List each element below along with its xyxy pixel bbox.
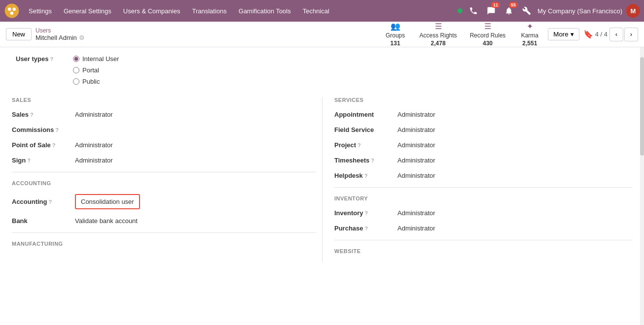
karma-icon: ✦ (527, 22, 533, 31)
nav-settings[interactable]: Settings (24, 5, 57, 17)
public-radio[interactable] (73, 78, 79, 85)
nav-general-settings[interactable]: General Settings (59, 5, 116, 17)
field-helpdesk: Helpdesk ? Administrator (334, 172, 632, 179)
internal-user-option[interactable]: Internal User (73, 55, 119, 63)
top-navigation: Settings General Settings Users & Compan… (0, 0, 644, 22)
bookmark-icon[interactable]: 🔖 (583, 30, 593, 39)
sales-help-icon[interactable]: ? (30, 112, 34, 118)
field-purchase: Purchase ? Administrator (334, 225, 632, 232)
website-section-title: WEBSITE (334, 248, 632, 256)
accounting-value: Consolidation user (81, 198, 134, 205)
internal-user-radio[interactable] (73, 56, 79, 62)
portal-radio[interactable] (73, 67, 79, 73)
company-name: My Company (San Francisco) (537, 7, 622, 15)
avatar[interactable]: M (626, 4, 640, 18)
gear-icon[interactable]: ⚙ (79, 34, 85, 41)
svg-point-0 (5, 4, 19, 18)
accounting-highlight: Consolidation user (75, 194, 140, 209)
project-help-icon[interactable]: ? (358, 142, 361, 148)
user-types-section: User types ? Internal User Portal Public (12, 55, 632, 85)
breadcrumb-parent[interactable]: Users (36, 27, 85, 34)
timesheets-help-icon[interactable]: ? (371, 158, 374, 163)
field-service-label: Field Service (334, 126, 394, 133)
field-timesheets: Timesheets ? Administrator (334, 157, 632, 164)
inventory-help-icon[interactable]: ? (365, 210, 368, 216)
nav-gamification[interactable]: Gamification Tools (234, 5, 296, 17)
helpdesk-help-icon[interactable]: ? (364, 173, 368, 179)
nav-translations[interactable]: Translations (187, 5, 231, 17)
pagination: 🔖 4 / 4 ‹ › (583, 28, 638, 41)
prev-button[interactable]: ‹ (609, 28, 623, 41)
breadcrumb: Users Mitchell Admin ⚙ (36, 27, 85, 41)
field-bank: Bank Validate bank account (12, 217, 316, 225)
commissions-help-icon[interactable]: ? (55, 127, 59, 133)
inventory-label: Inventory ? (334, 209, 394, 217)
chat-icon[interactable]: 11 (484, 4, 498, 18)
groups-icon: 👥 (391, 22, 400, 31)
appointment-label: Appointment (334, 111, 394, 118)
nav-users-companies[interactable]: Users & Companies (118, 5, 185, 17)
field-commissions: Commissions ? (12, 126, 316, 133)
timesheets-label: Timesheets ? (334, 157, 394, 164)
services-section-title: SERVICES (334, 97, 632, 105)
next-button[interactable]: › (624, 28, 638, 41)
access-rights-icon: ☰ (435, 22, 442, 31)
nav-technical[interactable]: Technical (298, 5, 334, 17)
odoo-logo[interactable] (4, 3, 20, 19)
record-toolbar: New Users Mitchell Admin ⚙ 👥 Groups 131 … (0, 22, 644, 47)
access-rights-button[interactable]: ☰ Access Rights 2,478 (414, 20, 463, 49)
karma-button[interactable]: ✦ Karma 2,551 (512, 20, 547, 49)
online-indicator (458, 8, 463, 13)
purchase-help-icon[interactable]: ? (365, 226, 368, 231)
left-column: SALES Sales ? Administrator Commissions … (12, 97, 322, 262)
field-inventory: Inventory ? Administrator (334, 209, 632, 217)
appointment-value: Administrator (397, 111, 435, 118)
accounting-label: Accounting ? (12, 198, 71, 205)
field-accounting: Accounting ? Consolidation user (12, 194, 316, 209)
accounting-help-icon[interactable]: ? (49, 199, 52, 205)
sales-section-title: SALES (12, 97, 316, 105)
public-option[interactable]: Public (73, 78, 119, 85)
project-value: Administrator (397, 141, 435, 149)
svg-point-3 (10, 12, 13, 15)
action-buttons: 👥 Groups 131 ☰ Access Rights 2,478 ☰ Rec… (378, 20, 579, 49)
new-button[interactable]: New (6, 28, 32, 40)
sales-label: Sales ? (12, 111, 71, 118)
main-content: User types ? Internal User Portal Public… (0, 47, 644, 325)
sales-value: Administrator (75, 111, 113, 118)
sign-help-icon[interactable]: ? (27, 158, 31, 163)
user-types-help-icon[interactable]: ? (50, 56, 53, 62)
helpdesk-value: Administrator (397, 172, 435, 179)
groups-button[interactable]: 👥 Groups 131 (378, 20, 413, 49)
user-types-options: Internal User Portal Public (73, 55, 119, 85)
accounting-section-title: ACCOUNTING (12, 180, 316, 188)
record-rules-button[interactable]: ☰ Record Rules 430 (464, 20, 512, 49)
more-button[interactable]: More ▾ (548, 28, 579, 40)
activity-icon[interactable]: 55 (502, 4, 516, 18)
purchase-value: Administrator (397, 225, 435, 232)
scrollbar-track[interactable] (640, 47, 644, 325)
purchase-label: Purchase ? (334, 225, 394, 232)
bank-label: Bank (12, 217, 71, 225)
inventory-value: Administrator (397, 209, 435, 217)
sign-label: Sign ? (12, 157, 71, 164)
chevron-down-icon: ▾ (571, 31, 574, 38)
scrollbar-thumb[interactable] (640, 57, 644, 156)
field-appointment: Appointment Administrator (334, 111, 632, 118)
page-indicator: 4 / 4 (595, 31, 608, 38)
point-of-sale-label: Point of Sale ? (12, 141, 71, 149)
activity-badge: 55 (509, 2, 518, 8)
commissions-label: Commissions ? (12, 126, 71, 133)
field-sign: Sign ? Administrator (12, 157, 316, 164)
manufacturing-section-title: MANUFACTURING (12, 241, 316, 249)
pos-help-icon[interactable]: ? (52, 142, 56, 148)
permissions-grid: SALES Sales ? Administrator Commissions … (12, 97, 632, 262)
user-types-label: User types ? (16, 55, 65, 63)
field-sales: Sales ? Administrator (12, 111, 316, 118)
field-point-of-sale: Point of Sale ? Administrator (12, 141, 316, 149)
phone-icon[interactable] (466, 4, 480, 18)
wrench-icon[interactable] (520, 4, 534, 18)
portal-option[interactable]: Portal (73, 66, 119, 74)
breadcrumb-current: Mitchell Admin ⚙ (36, 34, 85, 41)
chat-badge: 11 (491, 2, 500, 8)
